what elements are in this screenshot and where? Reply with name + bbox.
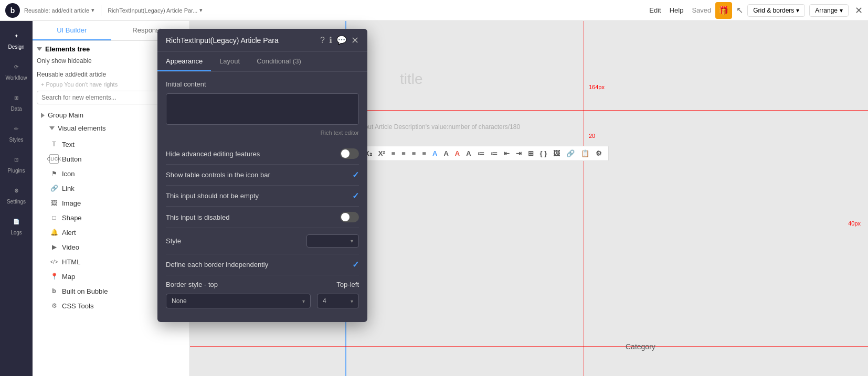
sidebar-item-design[interactable]: ✦ Design (2, 25, 31, 54)
arrange-button[interactable]: Arrange ▾ (809, 4, 849, 17)
canvas-title-text: title (400, 71, 423, 88)
divider (101, 5, 101, 16)
toolbar-image2[interactable]: 🖼 (551, 148, 562, 158)
app-name[interactable]: Reusable: add/edit article ▾ (24, 7, 94, 14)
initial-content-textarea[interactable] (166, 93, 359, 125)
toolbar-highlight[interactable]: A (464, 148, 473, 158)
alert-icon: 🔔 (49, 228, 59, 237)
toolbar-code[interactable]: { } (538, 148, 549, 158)
style-row: Style ▾ (166, 228, 359, 254)
group-main-arrow (41, 113, 45, 118)
show-table-label: Show table controls in the icon bar (166, 171, 270, 179)
help-menu[interactable]: Help (670, 6, 684, 14)
sidebar-item-data[interactable]: ⊞ Data (2, 87, 31, 116)
disabled-label: This input is disabled (166, 213, 229, 221)
guide-red-h-2 (190, 346, 868, 347)
toolbar-list-ol[interactable]: ≔ (489, 148, 500, 158)
canvas-164px-label: 164px (589, 84, 605, 90)
shape-icon: □ (49, 213, 59, 222)
toolbar-align-left[interactable]: ≡ (389, 148, 398, 158)
disabled-toggle-knob (341, 213, 350, 221)
toolbar-bold[interactable]: A (430, 148, 439, 158)
canvas-40px-label: 40px (848, 220, 861, 227)
rich-text-editor-label: Rich text editor (166, 130, 359, 136)
toggle-hide-advanced: Hide advanced editing features (166, 143, 359, 165)
sidebar-item-logs[interactable]: 📄 Logs (2, 211, 31, 240)
show-table-checkmark[interactable]: ✓ (352, 170, 359, 180)
workflow-icon: ⟳ (10, 60, 23, 73)
gift-button[interactable]: 🎁 (715, 2, 732, 19)
style-select[interactable]: ▾ (306, 234, 359, 248)
file-name[interactable]: RichTextInput(Legacy) Article Par... ▾ (108, 7, 645, 14)
canvas-category-label: Category (626, 342, 655, 351)
link-icon: 🔗 (49, 184, 59, 193)
sidebar-item-workflow[interactable]: ⟳ Workflow (2, 56, 31, 85)
toolbar-special[interactable]: 📋 (579, 148, 591, 158)
text-icon: T (49, 139, 59, 149)
disabled-toggle[interactable] (340, 212, 359, 222)
style-dropdown-arrow: ▾ (351, 238, 353, 244)
data-icon: ⊞ (10, 91, 23, 104)
toolbar-color[interactable]: A (453, 148, 462, 158)
toolbar-sup[interactable]: X² (376, 148, 387, 158)
not-empty-checkmark[interactable]: ✓ (352, 191, 359, 201)
logs-icon: 📄 (10, 215, 23, 228)
modal-tabs: Appearance Layout Conditional (3) (157, 52, 367, 72)
grid-borders-button[interactable]: Grid & borders ▾ (747, 4, 805, 17)
saved-status: Saved (692, 6, 711, 14)
toolbar-list-ul[interactable]: ≔ (475, 148, 486, 158)
modal-header: RichTextInput(Legacy) Article Para ? ℹ 💬… (157, 29, 367, 52)
toolbar-align-center[interactable]: ≡ (399, 148, 408, 158)
tab-appearance[interactable]: Appearance (157, 52, 211, 71)
toolbar-align-right[interactable]: ≡ (410, 148, 418, 158)
initial-content-label: Initial content (166, 80, 359, 88)
hide-advanced-toggle[interactable] (340, 148, 359, 159)
toolbar-italic[interactable]: A (441, 148, 450, 158)
toolbar-table[interactable]: ⊞ (526, 148, 536, 158)
canvas-desc-text: tion Input Article Description's value:n… (347, 123, 520, 131)
toggle-show-table: Show table controls in the icon bar ✓ (166, 165, 359, 186)
design-icon: ✦ (10, 29, 23, 42)
toolbar-extra[interactable]: ⚙ (594, 148, 604, 158)
style-label: Style (166, 237, 181, 245)
toolbar-link2[interactable]: 🔗 (564, 148, 577, 158)
sidebar-item-plugins[interactable]: ⊡ Plugins (2, 149, 31, 178)
map-icon: 📍 (49, 272, 59, 281)
styles-icon: ✏ (10, 122, 23, 135)
tab-conditional[interactable]: Conditional (3) (248, 52, 310, 71)
toolbar-indent-right[interactable]: ⇥ (514, 148, 524, 158)
button-icon: CLICK (49, 154, 59, 164)
tree-collapse-arrow[interactable] (37, 47, 42, 51)
visual-elements-arrow (49, 126, 55, 130)
toggle-not-empty: This input should not be empty ✓ (166, 186, 359, 207)
edit-menu[interactable]: Edit (649, 6, 661, 14)
cursor-icon: ↖ (736, 5, 743, 15)
hide-advanced-label: Hide advanced editing features (166, 150, 260, 158)
app-logo: b (5, 3, 20, 18)
sidebar-item-settings[interactable]: ⚙ Settings (2, 180, 31, 209)
icon-icon: ⚑ (49, 169, 59, 178)
sidebar-item-styles[interactable]: ✏ Styles (2, 118, 31, 147)
border-define-label: Define each border independently (166, 261, 268, 268)
border-style-arrow: ▾ (302, 298, 305, 304)
plugins-icon: ⊡ (10, 153, 23, 166)
top-nav: Edit Help (649, 6, 683, 14)
modal-title: RichTextInput(Legacy) Article Para (166, 36, 316, 45)
top-close-button[interactable]: ✕ (855, 5, 863, 16)
modal-comment-icon[interactable]: 💬 (336, 35, 347, 45)
border-value-select[interactable]: 4 ▾ (317, 294, 359, 308)
modal-close-button[interactable]: ✕ (351, 36, 359, 45)
richtext-modal: RichTextInput(Legacy) Article Para ? ℹ 💬… (157, 29, 367, 322)
border-controls-row: None ▾ 4 ▾ (166, 294, 359, 308)
border-style-select[interactable]: None ▾ (166, 294, 311, 308)
guide-red-v-right (584, 21, 584, 376)
modal-help-icon[interactable]: ? (320, 36, 325, 45)
tab-ui-builder[interactable]: UI Builder (33, 21, 111, 40)
toolbar-align-justify[interactable]: ≡ (420, 148, 428, 158)
border-style-section: Border style - top Top-left None ▾ 4 ▾ (166, 275, 359, 314)
modal-info-icon[interactable]: ℹ (329, 35, 332, 45)
border-define-checkmark[interactable]: ✓ (352, 260, 359, 270)
toolbar-indent-left[interactable]: ⇤ (502, 148, 512, 158)
settings-icon: ⚙ (10, 184, 23, 197)
tab-layout[interactable]: Layout (211, 52, 248, 71)
